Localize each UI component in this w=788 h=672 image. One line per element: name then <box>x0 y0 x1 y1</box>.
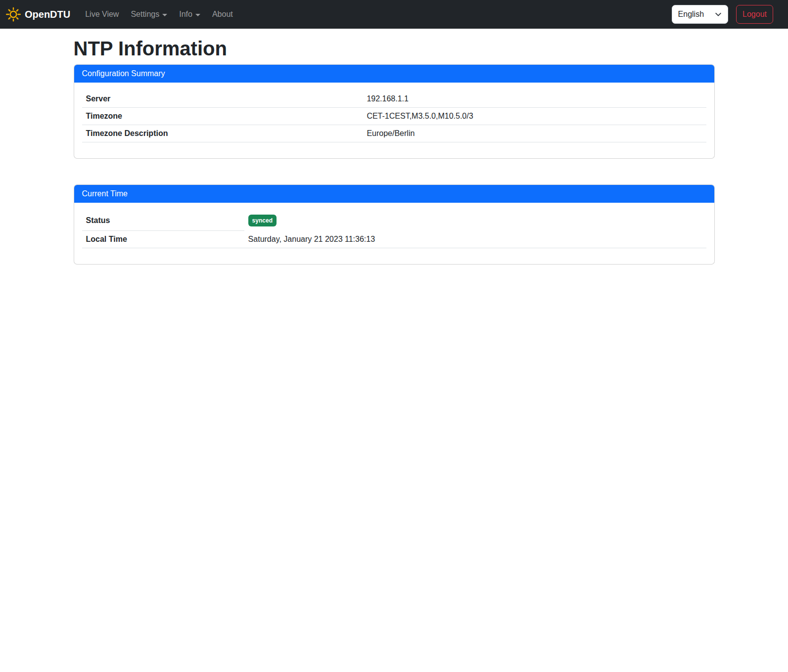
row-value: Europe/Berlin <box>363 125 706 142</box>
card-body: Server 192.168.1.1 Timezone CET-1CEST,M3… <box>74 83 714 158</box>
chevron-down-icon <box>195 14 200 16</box>
nav-item-info[interactable]: Info <box>175 6 204 23</box>
current-time-card: Current Time Status synced Local Time Sa… <box>74 184 715 265</box>
row-label: Timezone <box>82 108 363 125</box>
table-row: Local Time Saturday, January 21 2023 11:… <box>82 231 706 248</box>
row-value: synced <box>244 211 706 231</box>
sun-icon <box>6 7 21 22</box>
configuration-summary-card: Configuration Summary Server 192.168.1.1… <box>74 64 715 159</box>
card-body: Status synced Local Time Saturday, Janua… <box>74 203 714 264</box>
table-row: Status synced <box>82 211 706 231</box>
row-label: Timezone Description <box>82 125 363 142</box>
row-value: CET-1CEST,M3.5.0,M10.5.0/3 <box>363 108 706 125</box>
language-select-value: English <box>678 10 704 19</box>
row-value: 192.168.1.1 <box>363 90 706 108</box>
nav-item-label: Live View <box>85 10 119 19</box>
chevron-down-icon <box>715 11 722 18</box>
row-label: Local Time <box>82 231 244 248</box>
nav-item-label: Info <box>179 10 192 19</box>
status-badge: synced <box>248 215 277 226</box>
navbar: OpenDTU Live View Settings Info About En… <box>0 0 788 29</box>
configuration-summary-table: Server 192.168.1.1 Timezone CET-1CEST,M3… <box>82 90 706 142</box>
nav-item-settings[interactable]: Settings <box>127 6 171 23</box>
navbar-right: English Logout <box>672 5 773 24</box>
nav-item-live-view[interactable]: Live View <box>81 6 123 23</box>
language-select[interactable]: English <box>672 5 728 24</box>
brand-label: OpenDTU <box>25 9 70 20</box>
table-row: Server 192.168.1.1 <box>82 90 706 108</box>
nav-links: Live View Settings Info About <box>79 6 239 23</box>
page-title: NTP Information <box>74 37 715 60</box>
logout-button[interactable]: Logout <box>736 5 773 24</box>
brand-link[interactable]: OpenDTU <box>6 7 70 22</box>
nav-item-label: Settings <box>131 10 159 19</box>
table-row: Timezone Description Europe/Berlin <box>82 125 706 142</box>
main-content: NTP Information Configuration Summary Se… <box>68 37 721 265</box>
row-label: Status <box>82 211 244 231</box>
card-header: Configuration Summary <box>74 65 714 83</box>
nav-item-about[interactable]: About <box>208 6 237 23</box>
row-value: Saturday, January 21 2023 11:36:13 <box>244 231 706 248</box>
current-time-table: Status synced Local Time Saturday, Janua… <box>82 211 706 248</box>
navbar-left: OpenDTU Live View Settings Info About <box>6 6 239 23</box>
table-row: Timezone CET-1CEST,M3.5.0,M10.5.0/3 <box>82 108 706 125</box>
card-header: Current Time <box>74 185 714 203</box>
chevron-down-icon <box>162 14 167 16</box>
row-label: Server <box>82 90 363 108</box>
nav-item-label: About <box>212 10 233 19</box>
